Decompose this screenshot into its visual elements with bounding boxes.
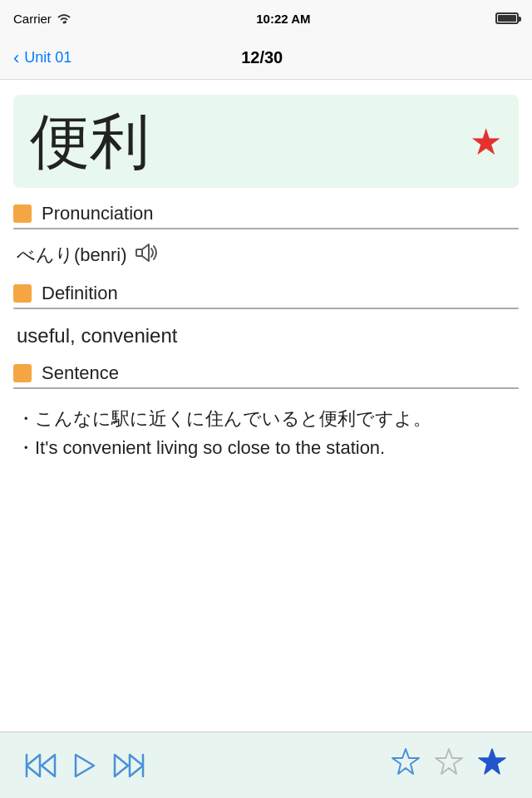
- back-button[interactable]: ‹ Unit 01: [13, 49, 71, 67]
- nav-title: 12/30: [241, 48, 283, 67]
- svg-marker-10: [392, 749, 419, 774]
- main-content: 便利 ★ Pronunciation べんり(benri) Definiti: [0, 80, 532, 732]
- sentence-english: ・It's convenient living so close to the …: [17, 437, 385, 458]
- svg-point-0: [62, 22, 65, 24]
- status-left: Carrier: [13, 12, 71, 26]
- svg-marker-8: [130, 755, 143, 776]
- chevron-left-icon: ‹: [13, 49, 19, 67]
- sentence-square-icon: [13, 364, 32, 382]
- kanji-character: 便利: [30, 111, 150, 171]
- nav-bar: ‹ Unit 01 12/30: [0, 37, 532, 80]
- carrier-label: Carrier: [13, 12, 52, 26]
- status-bar: Carrier 10:22 AM: [0, 0, 532, 37]
- rating-stars: [391, 746, 507, 784]
- sentence-japanese: ・こんなに駅に近くに住んでいると便利ですよ。: [17, 408, 431, 429]
- rating-star-2[interactable]: [434, 746, 464, 784]
- svg-rect-1: [136, 249, 142, 256]
- back-label: Unit 01: [24, 49, 71, 66]
- battery-icon: [495, 12, 519, 24]
- definition-section: Definition useful, convenient: [0, 283, 532, 351]
- definition-divider: [13, 308, 519, 309]
- pronunciation-square-icon: [13, 204, 32, 223]
- status-time: 10:22 AM: [256, 12, 310, 26]
- svg-marker-11: [436, 749, 462, 774]
- status-right: [495, 12, 519, 24]
- sentence-section: Sentence ・こんなに駅に近くに住んでいると便利ですよ。 ・It's co…: [0, 362, 532, 466]
- sentence-header: Sentence: [13, 362, 519, 384]
- definition-text: useful, convenient: [13, 318, 519, 351]
- bottom-toolbar: [0, 732, 532, 798]
- rating-star-1[interactable]: [391, 746, 421, 784]
- rating-star-3[interactable]: [477, 746, 507, 784]
- svg-marker-3: [27, 755, 40, 776]
- sentence-divider: [13, 387, 519, 389]
- rewind-button[interactable]: [25, 753, 57, 778]
- sentence-title: Sentence: [42, 362, 119, 384]
- kanji-card: 便利 ★: [13, 95, 519, 188]
- fast-forward-button[interactable]: [113, 753, 145, 778]
- pronunciation-section: Pronunciation べんり(benri): [0, 203, 532, 271]
- pronunciation-title: Pronunciation: [42, 203, 154, 224]
- pronunciation-header: Pronunciation: [13, 203, 519, 224]
- pronunciation-text: べんり(benri): [17, 243, 127, 268]
- definition-title: Definition: [42, 283, 118, 304]
- speaker-icon[interactable]: [135, 243, 159, 268]
- sentence-text: ・こんなに駅に近くに住んでいると便利ですよ。 ・It's convenient …: [13, 397, 519, 466]
- wifi-icon: [57, 12, 71, 24]
- svg-marker-6: [76, 755, 94, 776]
- svg-marker-4: [42, 755, 55, 776]
- pronunciation-divider: [13, 228, 519, 229]
- playback-controls: [25, 753, 145, 778]
- definition-header: Definition: [13, 283, 519, 304]
- svg-marker-7: [115, 755, 128, 776]
- svg-marker-12: [479, 749, 505, 774]
- play-button[interactable]: [73, 753, 96, 778]
- pronunciation-content: べんり(benri): [13, 238, 519, 271]
- favorite-star-icon[interactable]: ★: [470, 121, 502, 163]
- svg-marker-2: [142, 244, 149, 261]
- definition-square-icon: [13, 284, 32, 303]
